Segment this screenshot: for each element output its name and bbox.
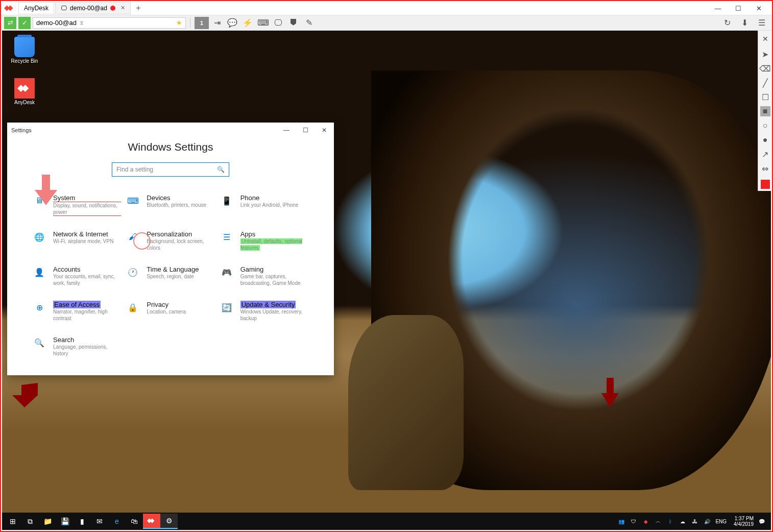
- start-button[interactable]: ⊞: [4, 514, 21, 529]
- anydesk-titlebar: AnyDesk 🖵 demo-00@ad ✕ + — ☐ ✕: [1, 1, 772, 15]
- tool-rect-outline[interactable]: ☐: [760, 92, 770, 102]
- accounts-icon: 👤: [33, 265, 46, 279]
- whiteboard-toolbar: ✕ ➤ ⌫ ╱ ☐ ■ ○ ● ↗ ⇔: [758, 31, 772, 191]
- keyboard-button[interactable]: ⌨: [256, 17, 270, 29]
- taskbar-clock[interactable]: 1:37 PM 4/4/2019: [734, 516, 754, 527]
- tool-rect-fill[interactable]: ■: [760, 106, 770, 116]
- tray-anydesk-icon[interactable]: ◆: [642, 519, 650, 524]
- tool-line[interactable]: ╱: [760, 78, 770, 88]
- taskbar-store[interactable]: 🛍: [126, 514, 143, 529]
- desktop-icon-anydesk[interactable]: AnyDesk: [9, 78, 40, 105]
- tray-chevron-up-icon[interactable]: ︿: [654, 518, 662, 525]
- gaming-icon: 🎮: [220, 265, 233, 279]
- tab-home-label: AnyDesk: [24, 5, 49, 12]
- tool-eraser[interactable]: ⌫: [760, 63, 770, 74]
- hourglass-icon: ⧗: [80, 19, 84, 26]
- settings-item-phone[interactable]: 📱 PhoneLink your Android, iPhone: [220, 194, 308, 216]
- settings-item-search[interactable]: 🔍 SearchLanguage, permissions, history: [33, 336, 121, 357]
- window-close-button[interactable]: ✕: [748, 1, 769, 15]
- settings-item-personalization[interactable]: 🖌 PersonalizationBackground, lock screen…: [126, 230, 214, 251]
- tool-double-arrow[interactable]: ⇔: [760, 163, 770, 174]
- settings-item-privacy[interactable]: 🔒 PrivacyLocation, camera: [126, 301, 214, 322]
- tray-language[interactable]: ENG: [715, 519, 727, 524]
- desktop-icon-recycle-bin[interactable]: Recycle Bin: [9, 37, 40, 64]
- tray-security-icon[interactable]: 🛡: [630, 519, 638, 524]
- monitor-icon: 🖵: [61, 5, 67, 12]
- session-accept-button[interactable]: ✓: [18, 17, 31, 29]
- search-cat-icon: 🔍: [33, 336, 46, 349]
- wallpaper-detail: [348, 315, 464, 490]
- actions-button[interactable]: ⚡: [240, 17, 255, 29]
- settings-item-ease[interactable]: ⊕ Ease of AccessNarrator, magnifier, hig…: [33, 301, 121, 322]
- display-button[interactable]: 🖵: [271, 17, 285, 29]
- network-icon: 🌐: [33, 230, 46, 244]
- taskbar-save[interactable]: 💾: [56, 514, 74, 529]
- settings-item-accounts[interactable]: 👤 AccountsYour accounts, email, sync, wo…: [33, 265, 121, 286]
- window-minimize-button[interactable]: —: [708, 1, 728, 15]
- settings-item-system[interactable]: 🖥 System Display, sound, notifications, …: [33, 194, 121, 216]
- task-view-button[interactable]: ⧉: [21, 514, 39, 529]
- download-button[interactable]: ⬇: [737, 17, 752, 29]
- search-placeholder: Find a setting: [116, 166, 153, 173]
- settings-item-apps[interactable]: ☰ AppsUninstall, defaults, optional feat…: [220, 230, 308, 251]
- settings-close-button[interactable]: ✕: [319, 126, 330, 135]
- settings-titlebar[interactable]: Settings — ☐ ✕: [7, 123, 334, 138]
- close-tab-icon[interactable]: ✕: [120, 5, 125, 11]
- tray-bluetooth-icon[interactable]: ᛒ: [666, 519, 674, 524]
- tab-session-label: demo-00@ad: [70, 5, 107, 12]
- taskbar-settings[interactable]: ⚙: [160, 514, 178, 529]
- window-maximize-button[interactable]: ☐: [728, 1, 748, 15]
- settings-item-devices[interactable]: ⌨ DevicesBluetooth, printers, mouse: [126, 194, 214, 216]
- address-bar[interactable]: demo-00@ad ⧗ ★: [33, 17, 186, 29]
- apps-icon: ☰: [220, 230, 233, 244]
- settings-title: Windows Settings: [7, 141, 334, 153]
- update-icon: 🔄: [220, 301, 233, 314]
- monitor-select-button[interactable]: 1: [195, 17, 209, 29]
- settings-item-gaming[interactable]: 🎮 GamingGame bar, captures, broadcasting…: [220, 265, 308, 286]
- taskbar-mail[interactable]: ✉: [91, 514, 108, 529]
- settings-window[interactable]: Settings — ☐ ✕ Windows Settings Find a s…: [7, 123, 334, 375]
- taskbar-explorer[interactable]: 📁: [39, 514, 56, 529]
- tab-session[interactable]: 🖵 demo-00@ad ✕: [55, 2, 131, 14]
- anydesk-toolbar: ⇄ ✓ demo-00@ad ⧗ ★ 1 ⇥ 💬 ⚡ ⌨ 🖵 ⛊ ✎ ↻ ⬇ ☰: [1, 15, 772, 31]
- time-icon: 🕐: [126, 265, 139, 279]
- remote-desktop-view[interactable]: Recycle Bin AnyDesk Settings — ☐ ✕ Windo…: [2, 31, 771, 530]
- separator: [190, 18, 190, 28]
- devices-icon: ⌨: [126, 194, 139, 207]
- history-button[interactable]: ↻: [720, 17, 734, 29]
- tool-ellipse-fill[interactable]: ●: [760, 135, 770, 145]
- recycle-bin-icon: [14, 37, 35, 57]
- taskbar-anydesk[interactable]: [143, 514, 160, 529]
- settings-item-time[interactable]: 🕐 Time & LanguageSpeech, region, date: [126, 265, 214, 286]
- tab-home[interactable]: AnyDesk: [18, 2, 54, 14]
- privacy-icon: 🔒: [126, 301, 139, 314]
- tray-network-icon[interactable]: 🖧: [691, 519, 699, 524]
- settings-item-network[interactable]: 🌐 Network & InternetWi-Fi, airplane mode…: [33, 230, 121, 251]
- recording-icon: [110, 6, 115, 11]
- tray-notifications-icon[interactable]: 💬: [758, 519, 766, 524]
- fullscreen-button[interactable]: ⇥: [210, 17, 224, 29]
- menu-button[interactable]: ☰: [755, 17, 769, 29]
- whiteboard-button[interactable]: ✎: [302, 17, 316, 29]
- tool-pointer[interactable]: ➤: [760, 49, 770, 59]
- tray-volume-icon[interactable]: 🔊: [703, 519, 711, 524]
- tray-onedrive-icon[interactable]: ☁: [679, 519, 687, 524]
- chat-button[interactable]: 💬: [225, 17, 239, 29]
- permissions-button[interactable]: ⛊: [286, 17, 301, 29]
- search-icon: 🔍: [217, 166, 225, 173]
- system-icon: 🖥: [33, 194, 46, 207]
- new-tab-button[interactable]: +: [132, 2, 145, 14]
- settings-item-update[interactable]: 🔄 Update & SecurityWindows Update, recov…: [220, 301, 308, 322]
- taskbar-cmd[interactable]: ▮: [74, 514, 91, 529]
- connect-button[interactable]: ⇄: [4, 17, 16, 29]
- whiteboard-close-button[interactable]: ✕: [760, 33, 770, 45]
- tool-arrow[interactable]: ↗: [760, 149, 770, 159]
- color-swatch[interactable]: [761, 180, 770, 189]
- settings-maximize-button[interactable]: ☐: [300, 126, 311, 135]
- settings-minimize-button[interactable]: —: [280, 126, 293, 135]
- favorite-icon[interactable]: ★: [176, 19, 182, 27]
- settings-search-input[interactable]: Find a setting 🔍: [112, 162, 229, 177]
- tool-ellipse-outline[interactable]: ○: [760, 120, 770, 131]
- taskbar-edge[interactable]: e: [108, 514, 126, 529]
- tray-people-icon[interactable]: 👥: [617, 519, 625, 524]
